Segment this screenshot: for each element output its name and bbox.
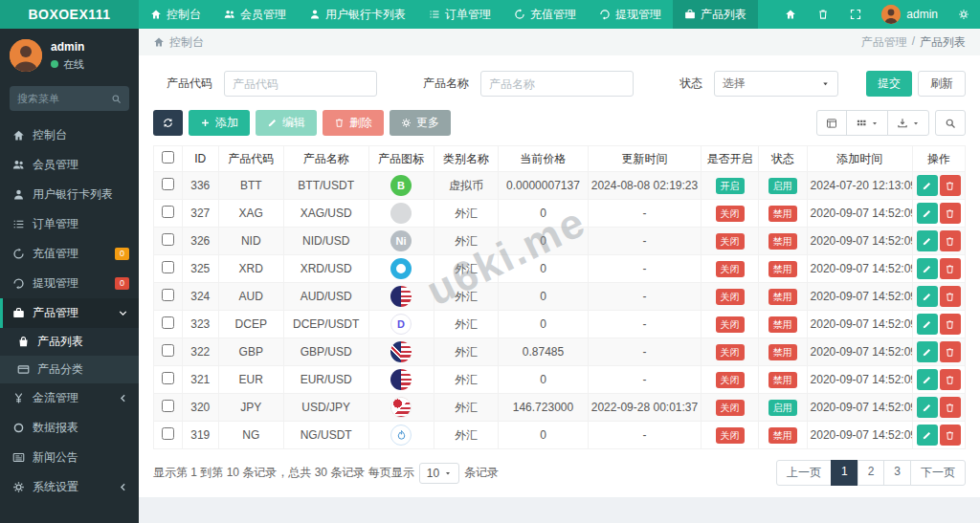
sidebar-item-list[interactable]: 订单管理 [0,209,139,239]
column-header: ID [182,146,218,172]
expand-icon[interactable] [839,0,872,29]
page-button-3[interactable]: 3 [883,460,911,486]
sidebar-item-users[interactable]: 会员管理 [0,150,139,180]
row-delete-button[interactable] [940,369,961,390]
briefcase-icon [12,307,25,319]
cell-added-time: 2020-09-07 14:52:09 [807,283,912,311]
select-all-checkbox[interactable] [162,151,174,163]
row-checkbox[interactable] [162,427,174,440]
table-search-button[interactable] [935,110,966,136]
edit-button[interactable]: 编辑 [256,110,317,136]
sidebar-subitem-card[interactable]: 产品分类 [0,356,139,383]
column-header: 产品名称 [283,146,368,172]
settings-icon[interactable] [947,0,980,29]
sidebar-item-circle[interactable]: 数据报表 [0,413,139,443]
row-checkbox[interactable] [162,178,174,190]
row-edit-button[interactable] [917,175,938,196]
sidebar-submenu: 产品列表产品分类 [0,328,139,383]
product-icon [390,203,412,224]
sidebar-item-label: 控制台 [33,127,67,143]
add-button[interactable]: 添加 [189,110,250,136]
row-checkbox[interactable] [162,289,174,301]
column-header: 产品图标 [368,146,434,172]
row-delete-button[interactable] [940,314,961,335]
toggle-view-button[interactable] [816,110,847,136]
page-nav-button[interactable]: 上一页 [776,460,832,486]
more-button[interactable]: 更多 [390,110,451,136]
row-edit-button[interactable] [917,314,938,335]
row-delete-button[interactable] [940,341,961,362]
topnav-item-users[interactable]: 会员管理 [212,0,298,29]
row-delete-button[interactable] [940,286,961,307]
breadcrumb-left[interactable]: 控制台 [169,34,204,51]
pencil-icon [922,236,932,247]
row-delete-button[interactable] [940,175,961,196]
row-delete-button[interactable] [940,397,961,418]
topbar-user-menu[interactable]: admin [872,5,947,24]
row-checkbox[interactable] [162,206,174,218]
row-edit-button[interactable] [917,397,938,418]
topnav-item-withdraw[interactable]: 提现管理 [588,0,673,29]
sidebar-subitem-bag[interactable]: 产品列表 [0,328,139,356]
row-edit-button[interactable] [917,203,938,224]
topnav-item-user[interactable]: 用户银行卡列表 [298,0,417,29]
row-checkbox[interactable] [162,372,174,384]
columns-button[interactable] [846,110,888,136]
row-checkbox[interactable] [162,261,174,273]
export-button[interactable] [887,110,929,136]
sidebar-item-yen[interactable]: 金流管理 [0,383,139,413]
row-edit-button[interactable] [917,425,938,446]
row-edit-button[interactable] [917,369,938,390]
status-label: 状态 [679,76,702,92]
row-delete-button[interactable] [940,425,961,446]
sidebar-item-briefcase[interactable]: 产品管理 [0,298,139,328]
topnav-item-list[interactable]: 订单管理 [417,0,502,29]
cell-product-icon [368,255,434,283]
row-edit-button[interactable] [917,230,938,251]
submit-button[interactable]: 提交 [866,71,912,97]
topnav-item-briefcase[interactable]: 产品列表 [673,0,758,29]
row-edit-button[interactable] [917,341,938,362]
page-nav-button[interactable]: 下一页 [910,460,966,486]
row-checkbox[interactable] [162,316,174,329]
page-button-1[interactable]: 1 [831,460,858,486]
row-delete-button[interactable] [940,203,961,224]
topnav-item-recharge[interactable]: 充值管理 [502,0,588,29]
sidebar-item-news[interactable]: 新闻公告 [0,443,139,472]
enabled-status-badge: 启用 [768,178,797,194]
status-select[interactable]: 选择 [714,71,838,97]
row-edit-button[interactable] [917,286,938,307]
row-delete-button[interactable] [940,258,961,279]
sidebar-item-recharge[interactable]: 充值管理0 [0,239,139,269]
row-edit-button[interactable] [917,258,938,279]
content-panel: u6ki.me 产品代码 产品名称 状态 选择 提交 刷新 添加 编辑 删除 更… [139,55,980,497]
product-code-label: 产品代码 [167,76,212,92]
sidebar-item-user[interactable]: 用户银行卡列表 [0,180,139,209]
product-name-input[interactable] [480,71,634,97]
cell-product-code: XAG [218,200,283,228]
sidebar-item-home[interactable]: 控制台 [0,120,139,150]
product-code-input[interactable] [224,71,377,97]
trash-icon [945,264,955,274]
pagination: 上一页123下一页 [776,460,966,486]
row-delete-button[interactable] [940,230,961,251]
row-checkbox[interactable] [162,233,174,246]
topnav-item-home[interactable]: 控制台 [139,0,212,29]
cell-status: 启用 [758,172,807,200]
page-button-2[interactable]: 2 [858,460,885,486]
sidebar-item-cogs[interactable]: 系统设置 [0,472,139,502]
refresh-button[interactable]: 刷新 [918,71,966,97]
row-checkbox[interactable] [162,400,174,412]
sidebar-search-input[interactable] [17,93,111,104]
cell-price: 0.87485 [499,338,588,366]
page-size-select[interactable]: 10 [419,463,459,484]
reload-button[interactable] [153,110,183,136]
cell-price: 0 [499,311,588,338]
home-icon[interactable] [774,0,807,29]
delete-button[interactable]: 删除 [323,110,384,136]
row-checkbox[interactable] [162,344,174,357]
product-icon: B [390,175,412,196]
trash-icon[interactable] [807,0,839,29]
news-icon [12,451,25,464]
sidebar-item-withdraw[interactable]: 提现管理0 [0,269,139,298]
